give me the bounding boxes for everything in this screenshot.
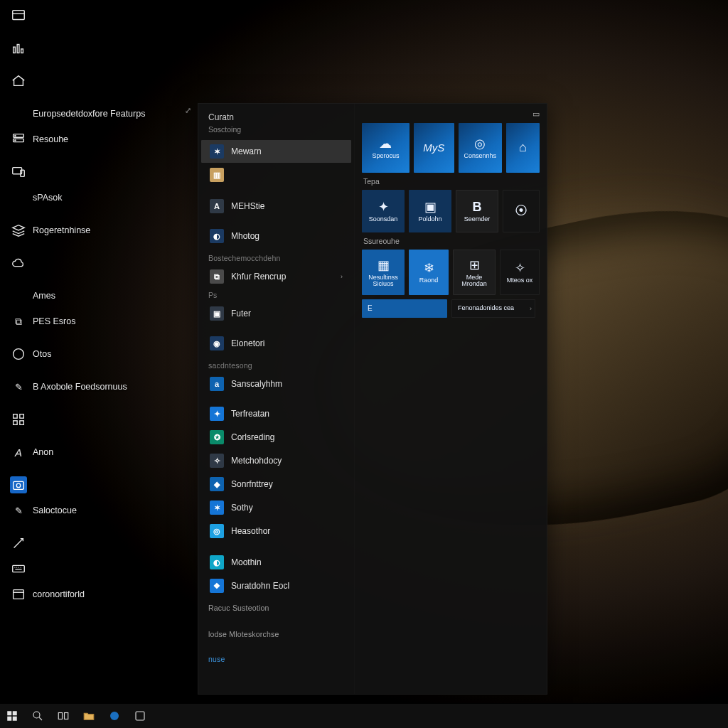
desktop-label: Otos — [33, 349, 51, 359]
desktop-icon-pesesros[interactable]: ⧉ PES Esros — [6, 310, 191, 333]
desktop-label: Europsedetdoxfore Featurps — [33, 109, 145, 119]
svg-rect-22 — [13, 717, 17, 721]
start-menu-subheader: Sosctoing — [198, 124, 354, 139]
desktop-icon-anon[interactable]: A Anon — [6, 441, 191, 464]
tile-wide-fenon[interactable]: Fenonadonides cea › — [451, 299, 535, 318]
window-icon — [10, 586, 27, 603]
tile-wide-e[interactable]: E — [362, 299, 447, 318]
tile-mede[interactable]: ⊞ Mede Mrondan — [453, 250, 496, 295]
app-icon: ◎ — [210, 524, 224, 538]
desktop-icon-chart[interactable] — [6, 37, 191, 60]
start-menu-app-list: Curatn Sosctoing ✶ Mewarn ▥ A MEHStie ◐ … — [198, 104, 355, 694]
svg-rect-17 — [13, 565, 25, 572]
app-list-item-sanscalyhm[interactable]: a Sanscalyhhm — [201, 373, 351, 395]
start-footer-link[interactable]: nuse — [198, 649, 354, 665]
desktop-icon-wand[interactable] — [6, 532, 191, 555]
desktop-icon-otos[interactable]: Otos — [6, 343, 191, 365]
taskbar-app-icon[interactable] — [107, 708, 122, 724]
blank-icon — [10, 105, 27, 122]
app-icon: ✶ — [210, 144, 224, 159]
tile-label: Nesultinss Siciuos — [365, 274, 402, 288]
taskbar-taskview-icon[interactable] — [55, 708, 71, 724]
taskbar-explorer-icon[interactable] — [81, 708, 97, 724]
app-list-divider-label: Ps — [198, 289, 354, 301]
app-list-item-mhotog[interactable]: ◐ Mhotog — [201, 225, 351, 247]
start-menu-header: Curatn — [198, 109, 354, 124]
tile-label: E — [368, 305, 373, 313]
app-list-item-corlsreding[interactable]: ✪ Corlsreding — [201, 426, 351, 449]
app-list-item-suratdohn[interactable]: ❖ Suratdohn Eocl — [201, 574, 351, 597]
start-menu: Curatn Sosctoing ✶ Mewarn ▥ A MEHStie ◐ … — [198, 103, 547, 695]
app-list-label: Metchohdocy — [231, 456, 282, 466]
desktop-icon-house[interactable] — [6, 70, 191, 92]
app-list-item-khfur[interactable]: ⧉ Khfur Rencrup › — [201, 265, 351, 288]
desktop-icon-saloctocue[interactable]: ✎ Saloctocue — [6, 499, 191, 522]
app-icon: ✦ — [210, 407, 224, 421]
svg-rect-11 — [14, 414, 18, 419]
tile-label: Raond — [419, 277, 439, 284]
letter-b-icon: B — [473, 200, 482, 215]
stack-icon — [10, 222, 27, 239]
app-list-section: sacdntesong — [198, 355, 354, 372]
desktop-icons-column: Europsedetdoxfore Featurps Resouhe sPAso… — [6, 4, 191, 606]
square-icon: ▣ — [424, 199, 437, 215]
windows-icon: ⊞ — [469, 257, 480, 273]
app-list-item-futer[interactable]: ▣ Futer — [201, 302, 351, 325]
desktop-icon-camera[interactable] — [6, 473, 191, 496]
desktop-icon-ames[interactable]: Ames — [6, 284, 191, 307]
app-list-label: Mhotog — [231, 231, 259, 241]
tile-header-icon[interactable]: ▭ — [532, 109, 540, 119]
app-list-item-moothin[interactable]: ◐ Moothin — [201, 551, 351, 574]
tile-consennhs[interactable]: ◎ Consennhs — [459, 123, 502, 173]
tile-seemder[interactable]: B Seemder — [456, 190, 498, 232]
app-list-item-metchohdocy[interactable]: ✧ Metchohdocy — [201, 449, 351, 472]
tile-soonsdan[interactable]: ✦ Soonsdan — [362, 190, 405, 232]
desktop-icon-keyboard[interactable] — [6, 557, 191, 580]
app-icon: ✧ — [210, 454, 224, 468]
start-tiles-panel: ▭ ☁ Sperocus MyS ◎ Consennhs ⌂ Tepa ✦ So… — [355, 104, 547, 694]
script-icon: A — [10, 444, 27, 461]
app-list-item-mehstie[interactable]: A MEHStie — [201, 195, 351, 218]
tile-mteos[interactable]: ✧ Mteos ox — [500, 250, 540, 295]
svg-rect-1 — [14, 47, 16, 53]
tile-poldohn[interactable]: ▣ Poldohn — [409, 190, 451, 232]
desktop-icon-roger[interactable]: Rogeretnhinse — [6, 219, 191, 242]
snowflake-icon: ❄ — [424, 260, 434, 276]
app-list-item-sothy[interactable]: ✶ Sothy — [201, 496, 351, 519]
desktop-icon-axobole[interactable]: ✎ B Axobole Foedsornuus — [6, 375, 191, 398]
start-button[interactable] — [4, 708, 20, 724]
tile-label: Consennhs — [464, 153, 497, 159]
desktop-icon-grid[interactable] — [6, 408, 191, 431]
taskbar-app2-icon[interactable] — [132, 708, 148, 724]
app-list-item-heasothor[interactable]: ◎ Heasothor — [201, 520, 351, 542]
expand-caret-icon[interactable]: ⤢ — [185, 106, 191, 115]
blank-icon — [10, 189, 27, 206]
desktop-icon-spasok[interactable]: sPAsok — [6, 186, 191, 209]
desktop-icon-cloud[interactable] — [6, 252, 191, 274]
star-icon: ✧ — [515, 260, 525, 276]
taskbar-search-icon[interactable] — [30, 708, 46, 724]
tile-raond[interactable]: ❄ Raond — [409, 250, 449, 295]
desktop-icon-resouhe[interactable]: Resouhe — [6, 128, 191, 151]
home-icon: ⌂ — [519, 140, 527, 155]
app-icon: ◐ — [210, 555, 224, 569]
app-list-label: Moothin — [231, 557, 262, 567]
app-list-item-mewarn[interactable]: ✶ Mewarn — [201, 140, 351, 163]
tile-sperocus[interactable]: ☁ Sperocus — [362, 123, 410, 173]
app-list-item-terfreatan[interactable]: ✦ Terfreatan — [201, 402, 351, 425]
tile-circle[interactable]: ⦿ — [503, 190, 540, 232]
app-list-item-elonetori[interactable]: ◉ Elonetori — [201, 332, 351, 355]
tile-home[interactable]: ⌂ — [506, 123, 540, 173]
desktop-label: Saloctocue — [33, 505, 77, 515]
app-list-label: Sothy — [231, 503, 253, 513]
desktop-icon-featurps[interactable]: Europsedetdoxfore Featurps — [6, 102, 191, 125]
tile-mys[interactable]: MyS — [414, 123, 454, 173]
app-list-item-folder[interactable]: ▥ — [201, 164, 351, 186]
app-list-item-sonrfntrey[interactable]: ◆ Sonrfnttrey — [201, 473, 351, 496]
desktop-icon-device[interactable] — [6, 161, 191, 183]
desktop-icon-app[interactable] — [6, 4, 191, 27]
tile-nesultins[interactable]: ▦ Nesultinss Siciuos — [362, 250, 405, 295]
svg-rect-12 — [20, 414, 24, 419]
target-icon: ◎ — [474, 136, 486, 151]
desktop-icon-coronort[interactable]: coronortiforld — [6, 583, 191, 606]
